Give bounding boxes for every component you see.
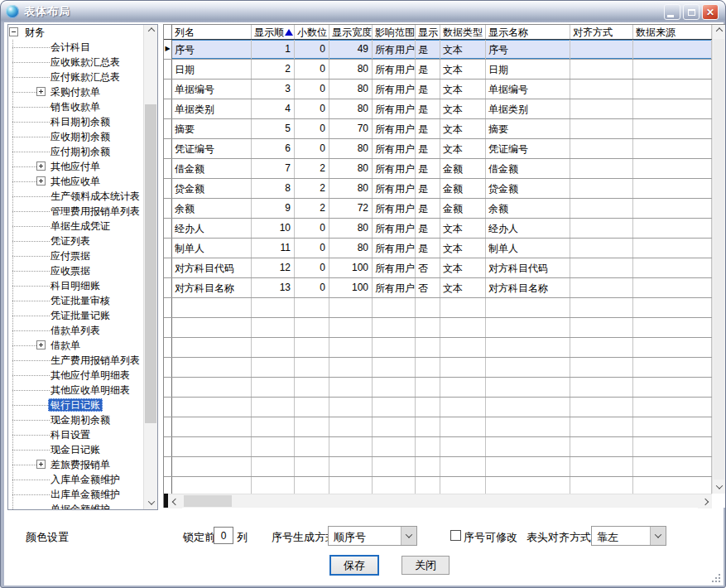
grid-cell[interactable]: 所有用户 <box>373 258 416 277</box>
grid-cell[interactable] <box>633 159 712 178</box>
grid-cell[interactable] <box>440 477 486 494</box>
grid-cell[interactable]: 80 <box>329 139 373 158</box>
row-selector-cell[interactable] <box>164 298 172 317</box>
tree-item[interactable]: 其他应收单明细表 <box>8 383 143 398</box>
grid-cell[interactable]: 摘要 <box>486 119 570 138</box>
grid-cell[interactable]: 金额 <box>440 179 486 198</box>
grid-vertical-scrollbar[interactable] <box>712 25 725 494</box>
grid-cell[interactable] <box>329 437 373 456</box>
tree-item-label[interactable]: 管理费用报销单列表 <box>48 205 142 218</box>
grid-cell[interactable] <box>440 457 486 476</box>
grid-cell[interactable] <box>373 298 416 317</box>
row-selector-cell[interactable]: ▶ <box>164 40 172 59</box>
grid-cell[interactable]: 文本 <box>440 139 486 158</box>
grid-cell[interactable] <box>570 99 633 118</box>
grid-cell[interactable] <box>252 417 295 436</box>
grid-cell[interactable]: 是 <box>416 159 440 178</box>
tree-item[interactable]: 借款单列表 <box>8 323 143 338</box>
tree-item-label[interactable]: 凭证批量记账 <box>48 309 113 322</box>
row-selector-cell[interactable] <box>164 378 172 397</box>
row-selector-cell[interactable] <box>164 477 172 494</box>
grid-cell[interactable]: 0 <box>295 258 329 277</box>
tree-item-label[interactable]: 单据生成凭证 <box>48 219 113 233</box>
grid-cell[interactable]: 7 <box>252 159 295 178</box>
grid-cell[interactable]: 制单人 <box>172 239 252 258</box>
tree-item-label[interactable]: 应付票据 <box>48 249 93 263</box>
grid-cell[interactable]: 70 <box>329 119 373 138</box>
grid-cell[interactable] <box>633 179 712 198</box>
table-row[interactable] <box>164 477 712 494</box>
grid-cell[interactable] <box>633 60 712 79</box>
grid-cell[interactable]: 所有用户 <box>373 159 416 178</box>
grid-cell[interactable]: 凭证编号 <box>172 139 252 158</box>
expand-icon[interactable] <box>36 460 46 469</box>
grid-cell[interactable]: 80 <box>329 159 373 178</box>
row-selector-cell[interactable] <box>164 219 172 238</box>
header-align-select[interactable]: 靠左 <box>591 526 666 546</box>
grid-cell[interactable]: 是 <box>416 60 440 79</box>
tree-item-label[interactable]: 差旅费报销单 <box>48 458 113 471</box>
grid-cell[interactable] <box>416 358 440 377</box>
grid-cell[interactable]: 金额 <box>440 159 486 178</box>
row-selector-cell[interactable] <box>164 417 172 436</box>
grid-cell[interactable]: 80 <box>329 80 373 99</box>
table-row[interactable]: 余额9272所有用户是金额余额 <box>164 199 712 219</box>
row-selector-cell[interactable] <box>164 139 172 158</box>
table-row[interactable]: 对方科目名称130100所有用户否文本对方科目名称 <box>164 278 712 298</box>
grid-cell[interactable] <box>570 60 633 79</box>
grid-cell[interactable] <box>633 139 712 158</box>
grid-cell[interactable]: 凭证编号 <box>486 139 570 158</box>
grid-cell[interactable] <box>252 477 295 494</box>
grid-cell[interactable] <box>633 358 712 377</box>
grid-cell[interactable]: 对方科目代码 <box>486 258 570 277</box>
grid-cell[interactable]: 5 <box>252 119 295 138</box>
grid-cell[interactable] <box>570 298 633 317</box>
grid-cell[interactable] <box>633 378 712 397</box>
column-header[interactable]: 数据来源 <box>633 25 712 39</box>
grid-scroll-up-button[interactable] <box>713 25 726 39</box>
grid-cell[interactable] <box>295 398 329 417</box>
grid-cell[interactable] <box>329 477 373 494</box>
grid-cell[interactable] <box>633 398 712 417</box>
tree-item[interactable]: 银行日记账 <box>8 398 143 412</box>
table-row[interactable]: 借金额7280所有用户是金额借金额 <box>164 159 712 179</box>
tree-item-label[interactable]: 凭证批量审核 <box>48 294 113 307</box>
grid-cell[interactable] <box>440 298 486 317</box>
grid-cell[interactable] <box>570 40 633 59</box>
tree-item[interactable]: 应收账款汇总表 <box>8 55 143 70</box>
grid-cell[interactable] <box>295 338 329 357</box>
grid-cell[interactable]: 文本 <box>440 80 486 99</box>
tree-item-label[interactable]: 其他应付单明细表 <box>48 369 132 382</box>
grid-cell[interactable] <box>329 318 373 337</box>
grid-cell[interactable]: 日期 <box>486 60 570 79</box>
column-header[interactable]: 显示 <box>416 25 440 39</box>
grid-cell[interactable] <box>416 338 440 357</box>
tree-item-label[interactable]: 单据金额维护 <box>48 503 113 509</box>
grid-cell[interactable]: 3 <box>252 80 295 99</box>
grid-cell[interactable] <box>486 457 570 476</box>
tree-item-label[interactable]: 应收账款汇总表 <box>48 55 123 69</box>
tree-item-label[interactable]: 其他应收单 <box>48 175 103 188</box>
grid-cell[interactable] <box>373 437 416 456</box>
grid-cell[interactable]: 余额 <box>486 199 570 218</box>
grid-cell[interactable] <box>172 318 252 337</box>
grid-cell[interactable] <box>329 298 373 317</box>
row-selector-cell[interactable] <box>164 239 172 258</box>
color-settings-label[interactable]: 颜色设置 <box>26 530 69 545</box>
tree-item[interactable]: 差旅费报销单 <box>8 457 143 472</box>
maximize-button[interactable] <box>683 4 700 20</box>
tree-item-label[interactable]: 凭证列表 <box>48 234 93 248</box>
tree-item[interactable]: 销售收款单 <box>8 99 143 114</box>
tree-item-label[interactable]: 其他应收单明细表 <box>48 383 132 397</box>
grid-cell[interactable]: 80 <box>329 60 373 79</box>
table-row[interactable] <box>164 398 712 417</box>
grid-cell[interactable] <box>252 378 295 397</box>
grid-scroll-right-button[interactable] <box>698 494 712 508</box>
tree-root-label[interactable]: 财务 <box>22 26 47 39</box>
collapse-icon[interactable] <box>9 27 18 36</box>
grid-cell[interactable]: 是 <box>416 40 440 59</box>
tree-item[interactable]: 入库单金额维护 <box>8 472 143 487</box>
tree-item[interactable]: 应收期初余额 <box>8 129 143 144</box>
tree-item[interactable]: 应付票据 <box>8 248 143 263</box>
grid-cell[interactable]: 序号 <box>486 40 570 59</box>
